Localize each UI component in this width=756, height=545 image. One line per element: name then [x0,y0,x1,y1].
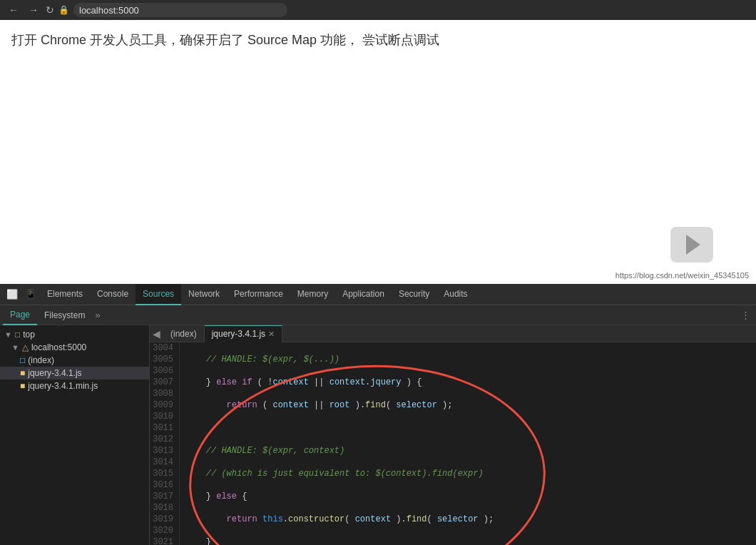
code-line-3005: } else if ( !context || context.jquery )… [185,377,756,388]
video-icon [670,227,713,263]
code-line-3010: } else { [185,491,756,502]
line-num-3017: 3017 [153,491,173,502]
devtools-content: ▼ □ top ▼ △ localhost:5000 □ (index) ■ j… [0,325,756,545]
html-file-icon: □ [20,355,25,365]
line-num-3007: 3007 [153,377,173,388]
back-button[interactable]: ← [6,3,21,17]
js-min-file-icon: ■ [20,381,25,391]
video-icon-container [670,227,713,263]
code-line-3009: // (which is just equivalent to: $(conte… [185,468,756,479]
code-lines-container: 3004 3005 3006 3007 3008 3009 3010 3011 … [150,342,756,545]
line-num-3011: 3011 [153,422,173,434]
file-tab-index[interactable]: (index) [163,325,205,342]
code-line-3012: } [185,536,756,545]
devtools-panel: ⬜ 📱 Elements Console Sources Network Per… [0,284,756,545]
line-num-3020: 3020 [153,525,173,536]
url-bar[interactable] [73,3,287,17]
watermark-text: https://blog.csdn.net/weixin_45345105 [615,271,749,280]
forward-button[interactable]: → [26,3,41,17]
tree-item-localhost[interactable]: ▼ △ localhost:5000 [0,341,149,354]
browser-bar: ← → ↻ 🔒 [0,0,756,20]
line-num-3021: 3021 [153,536,173,545]
devtools-sub-tabs: Page Filesystem » ⋮ [0,305,756,325]
tab-memory[interactable]: Memory [290,284,335,305]
tab-security[interactable]: Security [392,284,436,305]
code-line-3007 [185,422,756,434]
folder-icon: □ [15,330,20,340]
line-num-3006: 3006 [153,365,173,377]
tab-performance[interactable]: Performance [227,284,290,305]
file-tab-jquery-label: jquery-3.4.1.js [212,329,265,339]
sub-tab-filesystem[interactable]: Filesystem [37,305,92,325]
tree-item-jquery-js[interactable]: ■ jquery-3.4.1.js [0,367,149,380]
tree-label-index: (index) [28,355,54,365]
tab-elements[interactable]: Elements [40,284,90,305]
tree-label-jquery-min-js: jquery-3.4.1.min.js [28,381,98,391]
secure-icon: 🔒 [58,5,69,15]
chevron-down-icon: ▼ [4,330,12,339]
line-numbers: 3004 3005 3006 3007 3008 3009 3010 3011 … [150,342,180,545]
tab-audits[interactable]: Audits [436,284,474,305]
sub-tab-menu-icon[interactable]: ⋮ [738,310,753,320]
tab-console[interactable]: Console [90,284,136,305]
sub-tab-more-icon[interactable]: » [92,310,103,320]
tree-label-top: top [23,330,35,340]
code-line-3008: // HANDLE: $(expr, context) [185,445,756,457]
code-text: // HANDLE: $(expr, $(...)) } else if ( !… [180,342,756,545]
line-num-3010: 3010 [153,411,173,422]
tab-application[interactable]: Application [335,284,392,305]
line-num-3018: 3018 [153,502,173,514]
tree-label-localhost: localhost:5000 [31,342,86,352]
line-num-3009: 3009 [153,399,173,411]
main-page: 打开 Chrome 开发人员工具，确保开启了 Source Map 功能， 尝试… [0,20,756,284]
line-num-3013: 3013 [153,445,173,457]
line-num-3012: 3012 [153,434,173,445]
file-tab-index-label: (index) [170,329,197,339]
devtools-tabs: ⬜ 📱 Elements Console Sources Network Per… [0,284,756,305]
play-triangle-icon [686,235,700,255]
file-tab-nav-left[interactable]: ◀ [150,325,163,342]
server-icon: △ [22,342,29,352]
line-num-3014: 3014 [153,457,173,468]
tab-sources[interactable]: Sources [136,284,181,305]
code-line-3011: return this.constructor( context ).find(… [185,514,756,525]
tree-label-jquery-js: jquery-3.4.1.js [28,368,81,378]
line-num-3016: 3016 [153,479,173,491]
js-file-icon: ■ [20,368,25,378]
file-tabs: ◀ (index) jquery-3.4.1.js ✕ [150,325,756,342]
inspect-icon-button[interactable]: ⬜ [3,287,21,301]
code-line-3004: // HANDLE: $(expr, $(...)) [185,354,756,365]
chevron-down-icon-2: ▼ [11,343,19,352]
line-num-3004: 3004 [153,342,173,354]
tab-network[interactable]: Network [181,284,227,305]
tree-item-index[interactable]: □ (index) [0,354,149,367]
file-tab-close-icon[interactable]: ✕ [268,330,275,339]
tree-item-top[interactable]: ▼ □ top [0,328,149,341]
file-tab-jquery[interactable]: jquery-3.4.1.js ✕ [205,325,282,342]
file-tree: ▼ □ top ▼ △ localhost:5000 □ (index) ■ j… [0,325,150,545]
tree-item-jquery-min-js[interactable]: ■ jquery-3.4.1.min.js [0,380,149,392]
refresh-button[interactable]: ↻ [46,4,54,16]
code-panel: ◀ (index) jquery-3.4.1.js ✕ 3004 3005 30… [150,325,756,545]
code-content-area[interactable]: 3004 3005 3006 3007 3008 3009 3010 3011 … [150,342,756,545]
page-instruction-text: 打开 Chrome 开发人员工具，确保开启了 Source Map 功能， 尝试… [0,20,756,60]
device-icon-button[interactable]: 📱 [21,287,40,301]
sub-tab-page[interactable]: Page [3,305,37,325]
line-num-3008: 3008 [153,388,173,399]
line-num-3005: 3005 [153,354,173,365]
line-num-3015: 3015 [153,468,173,479]
line-num-3019: 3019 [153,514,173,525]
code-line-3006: return ( context || root ).find( selecto… [185,399,756,411]
